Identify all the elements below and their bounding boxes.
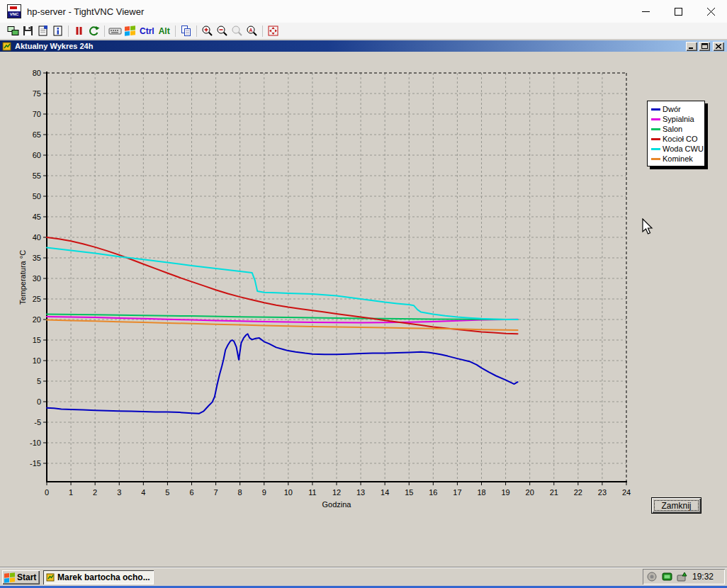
y-tick-label: -15 — [30, 459, 41, 468]
x-tick-label: 1 — [69, 488, 73, 497]
legend-item: Sypialnia — [651, 114, 702, 124]
y-tick-label: 30 — [33, 274, 41, 283]
x-tick-label: 0 — [45, 488, 49, 497]
x-tick-label: 22 — [574, 488, 582, 497]
legend-item: Kominek — [651, 154, 702, 164]
y-tick-label: 35 — [33, 254, 41, 262]
app-maximize-button[interactable] — [699, 42, 710, 51]
axis-ticks — [43, 73, 626, 485]
task-button-label: Marek bartocha ocho... — [57, 572, 150, 582]
x-tick-label: 3 — [117, 488, 121, 497]
connection-info-icon[interactable] — [50, 24, 65, 38]
transfer-files-icon[interactable] — [179, 24, 193, 38]
new-connection-icon[interactable] — [6, 24, 21, 38]
start-button-label: Start — [17, 572, 36, 582]
y-tick-label: 25 — [33, 295, 41, 303]
zoom-in-icon[interactable] — [200, 24, 215, 38]
y-tick-label: 10 — [33, 356, 41, 365]
send-win-key-icon[interactable] — [123, 24, 137, 38]
legend-item: Dwór — [651, 104, 702, 114]
safely-remove-hardware-icon[interactable] — [676, 571, 687, 582]
y-tick-label: 15 — [33, 336, 41, 344]
chart-window-titlebar[interactable]: Aktualny Wykres 24h — [0, 40, 727, 52]
temperature-chart: -15-10-505101520253035404550556065707580… — [0, 52, 727, 567]
send-ctrl-button[interactable]: Ctrl — [137, 26, 157, 36]
vnc-server-icon[interactable] — [661, 571, 672, 582]
refresh-icon[interactable] — [86, 24, 101, 38]
y-tick-label: 70 — [33, 110, 41, 118]
legend-label: Dwór — [663, 105, 681, 113]
chart-legend: DwórSypialniaSalonKocioł COWoda CWUKomin… — [647, 101, 705, 166]
app-minimize-button[interactable] — [686, 42, 697, 51]
chart-gridlines — [47, 73, 626, 482]
y-tick-label: -5 — [34, 418, 41, 426]
taskbar-task-button[interactable]: Marek bartocha ocho... — [43, 570, 154, 584]
x-tick-label: 21 — [550, 488, 558, 497]
maximize-button[interactable] — [662, 0, 694, 23]
legend-item: Salon — [651, 124, 702, 134]
zoom-100-icon — [230, 24, 244, 38]
chart-window-title: Aktualny Wykres 24h — [15, 42, 93, 50]
svg-text:A: A — [249, 28, 252, 33]
y-tick-label: 55 — [33, 171, 41, 180]
y-tick-label: 0 — [37, 397, 41, 406]
x-tick-label: 6 — [189, 488, 193, 497]
x-tick-label: 15 — [405, 488, 413, 497]
volume-icon[interactable] — [646, 571, 658, 582]
zamknij-button[interactable]: Zamknij — [651, 497, 701, 514]
send-keys-icon[interactable] — [108, 24, 123, 38]
x-tick-label: 11 — [308, 488, 316, 497]
x-tick-label: 5 — [165, 488, 169, 497]
legend-label: Salon — [663, 125, 682, 133]
legend-swatch-icon — [651, 158, 660, 160]
y-axis-title: Temperatura °C — [18, 250, 27, 305]
zoom-auto-icon[interactable]: A — [244, 24, 259, 38]
legend-label: Sypialnia — [663, 115, 694, 123]
app-close-button[interactable] — [713, 42, 724, 51]
legend-swatch-icon — [651, 108, 660, 111]
mouse-cursor — [641, 218, 657, 237]
y-tick-label: 45 — [33, 213, 41, 221]
x-tick-label: 12 — [332, 488, 341, 497]
y-tick-label: 40 — [33, 233, 41, 242]
start-button[interactable]: Start — [2, 570, 40, 584]
x-tick-label: 20 — [526, 488, 534, 497]
legend-swatch-icon — [651, 148, 660, 150]
x-tick-label: 23 — [598, 488, 607, 497]
pause-icon[interactable] — [72, 24, 86, 38]
x-tick-label: 10 — [284, 488, 293, 497]
x-tick-label: 8 — [238, 488, 242, 497]
x-tick-label: 17 — [453, 488, 461, 497]
y-tick-label: 5 — [37, 377, 41, 385]
vnc-toolbar: Ctrl Alt A — [0, 23, 727, 40]
x-axis-title: Godzina — [322, 500, 352, 509]
series-line-Woda CWU — [47, 248, 518, 320]
zoom-out-icon[interactable] — [215, 24, 230, 38]
legend-label: Kocioł CO — [663, 135, 698, 143]
close-button[interactable] — [694, 0, 727, 23]
y-tick-label: 60 — [33, 151, 41, 159]
minimize-button[interactable] — [629, 0, 662, 23]
legend-swatch-icon — [651, 128, 660, 130]
x-tick-label: 19 — [501, 488, 509, 497]
x-tick-label: 7 — [214, 488, 218, 497]
x-tick-label: 24 — [622, 488, 631, 497]
x-tick-label: 13 — [356, 488, 365, 497]
y-tick-label: 50 — [33, 192, 41, 200]
y-tick-label: 20 — [33, 315, 41, 324]
windows-logo-icon — [4, 572, 15, 583]
system-tray: 19:32 — [643, 569, 725, 584]
x-tick-label: 14 — [381, 488, 389, 497]
y-tick-label: 80 — [33, 69, 41, 77]
connection-options-icon[interactable] — [35, 24, 50, 38]
vnc-window-title: hp-server - TightVNC Viewer — [27, 6, 144, 17]
legend-label: Woda CWU — [663, 145, 704, 153]
legend-swatch-icon — [651, 118, 660, 120]
legend-label: Kominek — [663, 154, 693, 163]
full-screen-icon[interactable] — [266, 24, 281, 38]
send-alt-button[interactable]: Alt — [157, 26, 172, 36]
task-app-icon — [46, 573, 55, 582]
vnc-window-titlebar: VNC hp-server - TightVNC Viewer — [0, 0, 727, 23]
legend-item: Kocioł CO — [651, 134, 702, 144]
save-session-icon[interactable] — [21, 24, 35, 38]
